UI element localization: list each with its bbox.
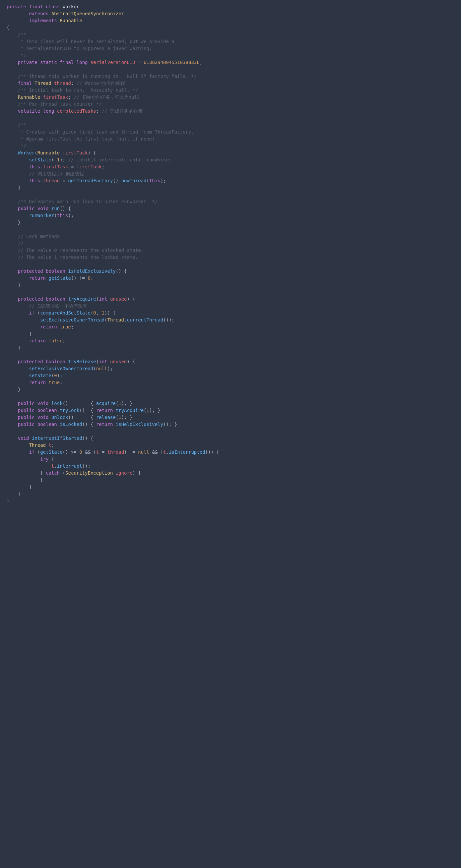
code-token — [7, 129, 18, 134]
code-token: * @param firstTask the first task (null … — [18, 136, 155, 142]
code-token — [7, 122, 18, 128]
code-token — [7, 81, 18, 86]
code-token: unlock — [51, 414, 68, 420]
code-line: private final class Worker — [7, 4, 79, 9]
code-token — [7, 401, 18, 406]
code-token: ( — [96, 296, 99, 302]
code-token — [7, 136, 18, 142]
code-token: = — [99, 450, 107, 455]
code-token: * serialVersionUID to suppress a javac w… — [18, 46, 152, 51]
code-token: isInterrupted — [169, 450, 205, 455]
code-token — [7, 422, 18, 427]
code-token: = — [135, 60, 144, 65]
code-token — [7, 73, 18, 79]
code-token: -1 — [54, 157, 60, 162]
code-line: t.interrupt(); — [7, 463, 90, 469]
code-token: () { — [79, 408, 96, 413]
code-token: long — [43, 108, 54, 114]
code-token: /** Initial task to run. Possibly null. … — [18, 88, 138, 93]
code-token — [49, 11, 51, 16]
code-token — [57, 60, 60, 65]
code-token: . — [166, 450, 169, 455]
code-token: ( — [60, 470, 65, 475]
code-token: newThread — [121, 178, 147, 183]
code-token: tryRelease — [68, 359, 96, 364]
code-token: () { — [68, 414, 96, 420]
code-token: } — [7, 331, 32, 336]
code-token — [34, 401, 37, 406]
code-token: t — [163, 450, 166, 455]
code-token: final — [29, 4, 43, 9]
code-token — [57, 324, 60, 330]
code-token — [7, 275, 29, 281]
code-token: = — [60, 178, 68, 183]
code-line: Worker(Runnable firstTask) { — [7, 150, 96, 155]
code-token: 1 — [118, 401, 121, 406]
code-token — [7, 164, 29, 169]
code-line: // Lock methods — [7, 234, 60, 239]
code-line: * Creates with given first task and thre… — [7, 129, 194, 134]
code-token: 1 — [102, 310, 105, 315]
code-token — [88, 60, 90, 65]
code-token — [7, 157, 29, 162]
code-token: run — [51, 206, 60, 211]
code-token: // — [18, 241, 24, 246]
code-token: ignore — [116, 470, 133, 475]
code-token — [7, 408, 18, 413]
code-token: runWorker — [29, 213, 54, 218]
code-token: interruptIfStarted — [32, 435, 82, 441]
code-token — [7, 241, 18, 246]
code-token: () >= — [63, 450, 80, 455]
code-token: * This class will never be serialized, b… — [18, 39, 174, 44]
code-token — [7, 143, 18, 149]
code-block: private final class Worker extends Abstr… — [7, 3, 454, 504]
code-token — [108, 359, 110, 364]
code-line: final Thread thread; // Worker持有的线程 — [7, 81, 125, 86]
code-line: runWorker(this); — [7, 213, 74, 218]
code-token — [7, 18, 29, 23]
code-token: ; — [63, 338, 65, 343]
code-token: if — [29, 450, 34, 455]
code-line: Thread t; — [7, 442, 54, 448]
code-token: ; — [200, 60, 202, 65]
code-token: ()); — [163, 317, 174, 322]
code-token: ); — [60, 157, 68, 162]
code-token — [7, 463, 51, 469]
code-token — [40, 94, 43, 100]
code-token: true — [49, 380, 60, 385]
code-token: // 初始化的任务，可以为null — [74, 94, 140, 100]
code-line: /** — [7, 122, 26, 128]
code-token: AbstractQueuedSynchronizer — [51, 11, 124, 16]
code-token: ( — [34, 310, 40, 315]
code-line: // 调用线程工厂创建线程 — [7, 171, 84, 176]
code-token: Runnable — [37, 150, 60, 155]
code-token: void — [37, 414, 49, 420]
code-token: ; — [60, 380, 62, 385]
code-token — [7, 213, 29, 218]
code-token: 0 — [79, 450, 82, 455]
code-token: public — [18, 408, 35, 413]
code-line: return getState() != 0; — [7, 275, 93, 281]
code-line: } — [7, 498, 9, 503]
code-token — [7, 46, 18, 51]
code-line: return true; — [7, 380, 63, 385]
code-token: { — [49, 456, 54, 462]
code-token: firstTask — [43, 164, 68, 169]
code-line: protected boolean tryAcquire(int unused)… — [7, 296, 135, 302]
code-token: ( — [54, 213, 57, 218]
code-token — [113, 408, 115, 413]
code-token: setState — [29, 373, 51, 378]
code-line: /** — [7, 32, 26, 37]
code-token: true — [60, 324, 71, 330]
code-token: ) { — [132, 470, 141, 475]
code-token: setState — [29, 157, 51, 162]
code-token: boolean — [37, 422, 57, 427]
code-line: protected boolean isHeldExclusively() { — [7, 269, 127, 274]
code-token: } — [7, 491, 21, 496]
code-token: implements — [29, 18, 57, 23]
code-line: } — [7, 491, 21, 496]
code-token: (). — [113, 178, 121, 183]
code-line: */ — [7, 143, 26, 149]
code-token: thread — [43, 178, 60, 183]
code-token: /** — [18, 32, 26, 37]
